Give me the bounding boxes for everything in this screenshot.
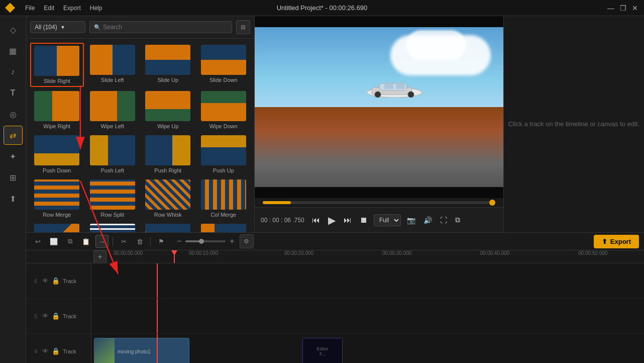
track-label-6: 6 👁 🔒 Track [26, 263, 91, 298]
grid-view-button[interactable]: ⊞ [236, 20, 250, 34]
minimize-button[interactable]: — [607, 4, 615, 12]
grid-icon: ⊞ [241, 24, 246, 31]
maximize-button[interactable]: ❐ [619, 4, 627, 12]
track-content-6[interactable] [91, 263, 644, 298]
transition-wipe-left[interactable]: Wipe Left [86, 89, 140, 131]
add-track-button[interactable]: + [93, 250, 106, 263]
transition-wipe-up[interactable]: Wipe Up [141, 89, 195, 131]
push-up-thumb [201, 135, 246, 165]
app-logo [5, 3, 15, 13]
push-down-label: Push Down [43, 167, 71, 173]
search-icon: 🔍 [94, 24, 101, 31]
sidebar-item-logo[interactable]: ◇ [4, 20, 23, 39]
sidebar-item-templates[interactable]: ⊞ [4, 168, 23, 187]
menu-export[interactable]: Export [59, 4, 85, 13]
transition-push-right[interactable]: Push Right [141, 133, 195, 175]
track-lock-5[interactable]: 🔒 [52, 312, 60, 320]
settings-button[interactable]: ⚙ [240, 234, 254, 248]
time-display: 00 : 00 : 06 .750 [261, 217, 306, 224]
transition-more4[interactable] [197, 222, 251, 232]
transition-more1[interactable] [30, 222, 84, 232]
sidebar-item-transitions[interactable]: ⇄ [4, 126, 23, 145]
transition-push-down[interactable]: Push Down [30, 133, 84, 175]
track-eye-4[interactable]: 👁 [42, 347, 49, 355]
pip-button[interactable]: ⧉ [453, 214, 462, 226]
track-eye-5[interactable]: 👁 [42, 312, 49, 320]
stop-button[interactable]: ⏹ [358, 214, 370, 227]
sidebar-item-effects[interactable]: ◎ [4, 105, 23, 124]
editor-clip[interactable]: Editor F... [302, 338, 343, 363]
separator-1 [113, 237, 113, 246]
category-dropdown[interactable]: All (104) ▾ [30, 21, 85, 33]
search-input[interactable] [103, 24, 228, 31]
menu-file[interactable]: File [21, 4, 39, 13]
transition-push-left[interactable]: Push Left [86, 133, 140, 175]
skip-forward-button[interactable]: ⏭ [342, 214, 354, 227]
transition-row-merge[interactable]: Row Merge [30, 177, 84, 220]
audio-button[interactable]: 🔊 [421, 214, 434, 226]
paste-button[interactable]: 📋 [79, 235, 92, 248]
ripple-button[interactable]: ↔ [95, 235, 109, 248]
more2-thumb [90, 224, 135, 232]
slide-down-label: Slide Down [209, 77, 238, 83]
transition-more3[interactable] [141, 222, 195, 232]
track-content-4[interactable]: moving photo1 Editor F... [91, 334, 644, 363]
redo-cut-button[interactable]: ⬜ [47, 235, 60, 248]
push-down-thumb [34, 135, 79, 165]
transition-slide-left[interactable]: Slide Left [86, 43, 140, 87]
transition-col-merge[interactable]: Col Merge [197, 177, 251, 220]
close-button[interactable]: ✕ [631, 4, 639, 12]
sidebar-item-media[interactable]: ▦ [4, 41, 23, 60]
editor-content: Editor F... [303, 338, 342, 363]
track-row-4: 4 👁 🔒 Track moving photo1 [26, 334, 644, 363]
transition-slide-up[interactable]: Slide Up [141, 43, 195, 87]
track-lock-4[interactable]: 🔒 [52, 347, 60, 355]
timeline-scrubber[interactable] [263, 201, 495, 204]
transition-row-split[interactable]: Row Split [86, 177, 140, 220]
marker-button[interactable]: ⚑ [155, 235, 168, 248]
slide-right-thumb [34, 46, 79, 76]
push-right-thumb [145, 135, 190, 165]
zoom-in-button[interactable]: + [228, 235, 236, 248]
export-button[interactable]: ⬆ Export [594, 235, 639, 248]
wipe-down-label: Wipe Down [209, 123, 238, 129]
slide-left-thumb [90, 45, 135, 75]
zoom-bar[interactable] [185, 240, 226, 242]
copy-button[interactable]: ⧉ [63, 235, 76, 248]
timeline-section: ↩ ⬜ ⧉ 📋 ↔ ✂ 🗑 ⚑ − + ⚙ [26, 232, 644, 363]
slide-up-thumb [145, 45, 190, 75]
transition-wipe-down[interactable]: Wipe Down [197, 89, 251, 131]
transition-more2[interactable] [86, 222, 140, 232]
transition-slide-down[interactable]: Slide Down [197, 43, 251, 87]
sidebar-item-text[interactable]: T [4, 83, 23, 103]
snapshot-button[interactable]: 📷 [405, 214, 417, 226]
transition-wipe-right[interactable]: Wipe Right [30, 89, 84, 131]
sidebar-item-export[interactable]: ⬆ [4, 189, 23, 208]
sidebar-item-audio[interactable]: ♪ [4, 62, 23, 81]
track-lock-6[interactable]: 🔒 [52, 277, 60, 285]
timeline-toolbar: ↩ ⬜ ⧉ 📋 ↔ ✂ 🗑 ⚑ − + ⚙ [26, 232, 644, 250]
zoom-control: − + [175, 235, 237, 248]
skip-back-button[interactable]: ⏮ [310, 214, 322, 227]
delete-button[interactable]: 🗑 [133, 235, 146, 248]
fullscreen-button[interactable]: ⛶ [438, 214, 449, 226]
more3-thumb [145, 224, 190, 232]
transition-slide-right[interactable]: Slide Right [30, 43, 84, 87]
zoom-out-button[interactable]: − [175, 235, 183, 248]
track-eye-6[interactable]: 👁 [42, 277, 49, 285]
menu-help[interactable]: Help [86, 4, 106, 13]
slide-down-thumb [201, 45, 246, 75]
transition-row-whisk[interactable]: Row Whisk [141, 177, 195, 220]
video-clip[interactable]: moving photo1 [94, 338, 189, 363]
play-button[interactable]: ▶ [326, 212, 338, 228]
menu-edit[interactable]: Edit [40, 4, 58, 13]
transition-push-up[interactable]: Push Up [197, 133, 251, 175]
svg-point-4 [408, 92, 414, 98]
zoom-thumb [199, 239, 204, 244]
window-title: Untitled Project* - 00:00:26.690 [277, 4, 368, 12]
quality-select[interactable]: Full [374, 214, 401, 226]
undo-button[interactable]: ↩ [31, 235, 44, 248]
scissors-button[interactable]: ✂ [117, 235, 130, 248]
track-content-5[interactable] [91, 299, 644, 333]
sidebar-item-elements[interactable]: ✦ [4, 147, 23, 166]
